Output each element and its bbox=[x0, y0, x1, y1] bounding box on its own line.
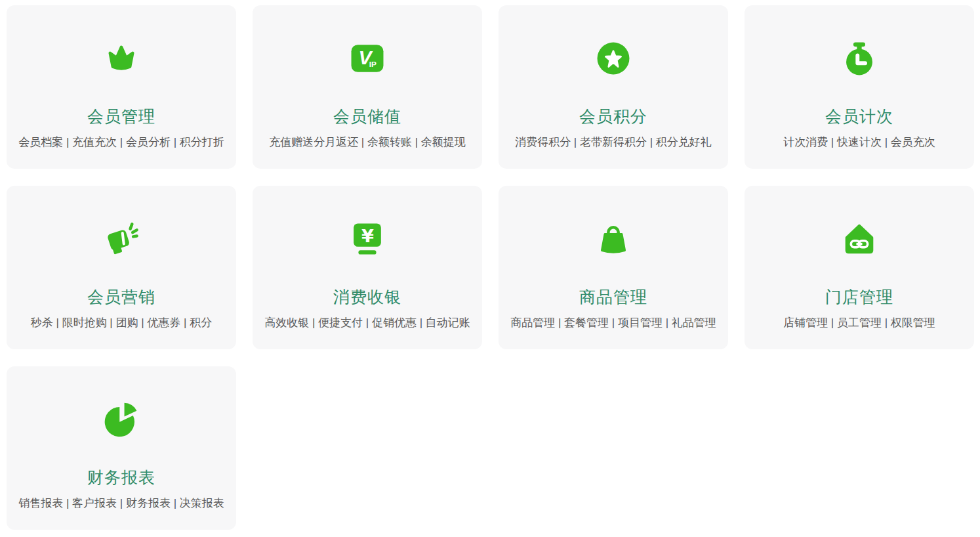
card-title: 商品管理 bbox=[579, 288, 647, 305]
crown-icon bbox=[102, 39, 140, 77]
card-cashier[interactable]: ¥ 消费收银 高效收银 | 便捷支付 | 促销优惠 | 自动记账 bbox=[253, 186, 482, 349]
card-subtitle: 销售报表 | 客户报表 | 财务报表 | 决策报表 bbox=[18, 497, 224, 510]
card-title: 会员计次 bbox=[825, 108, 893, 125]
vip-icon: V IP bbox=[348, 39, 386, 77]
svg-text:¥: ¥ bbox=[361, 226, 374, 246]
house-link-icon bbox=[840, 220, 878, 258]
pie-chart-icon bbox=[102, 400, 140, 439]
card-subtitle: 会员档案 | 充值充次 | 会员分析 | 积分打折 bbox=[18, 136, 224, 149]
card-subtitle: 秒杀 | 限时抢购 | 团购 | 优惠券 | 积分 bbox=[31, 316, 212, 330]
card-title: 会员管理 bbox=[87, 108, 155, 125]
card-title: 会员积分 bbox=[579, 108, 647, 125]
card-subtitle: 高效收银 | 便捷支付 | 促销优惠 | 自动记账 bbox=[264, 316, 470, 330]
card-subtitle: 商品管理 | 套餐管理 | 项目管理 | 礼品管理 bbox=[510, 316, 716, 330]
card-subtitle: 店铺管理 | 员工管理 | 权限管理 bbox=[783, 316, 935, 330]
shopping-bag-icon bbox=[594, 220, 632, 258]
star-circle-icon bbox=[594, 39, 632, 77]
megaphone-icon bbox=[102, 220, 140, 258]
card-subtitle: 充值赠送分月返还 | 余额转账 | 余额提现 bbox=[269, 136, 466, 149]
card-store-management[interactable]: 门店管理 店铺管理 | 员工管理 | 权限管理 bbox=[745, 186, 974, 349]
card-subtitle: 消费得积分 | 老带新得积分 | 积分兑好礼 bbox=[515, 136, 712, 149]
card-member-stored-value[interactable]: V IP 会员储值 充值赠送分月返还 | 余额转账 | 余额提现 bbox=[253, 5, 482, 169]
card-title: 财务报表 bbox=[87, 469, 155, 486]
feature-cards-grid: 会员管理 会员档案 | 充值充次 | 会员分析 | 积分打折 V IP 会员储值… bbox=[0, 0, 980, 530]
card-subtitle: 计次消费 | 快速计次 | 会员充次 bbox=[783, 136, 935, 149]
cash-register-icon: ¥ bbox=[348, 220, 386, 258]
svg-text:IP: IP bbox=[369, 60, 377, 68]
card-member-management[interactable]: 会员管理 会员档案 | 充值充次 | 会员分析 | 积分打折 bbox=[7, 5, 236, 169]
card-member-marketing[interactable]: 会员营销 秒杀 | 限时抢购 | 团购 | 优惠券 | 积分 bbox=[7, 186, 236, 349]
card-member-points[interactable]: 会员积分 消费得积分 | 老带新得积分 | 积分兑好礼 bbox=[499, 5, 728, 169]
card-title: 会员营销 bbox=[87, 288, 155, 305]
card-title: 消费收银 bbox=[333, 288, 401, 305]
card-product-management[interactable]: 商品管理 商品管理 | 套餐管理 | 项目管理 | 礼品管理 bbox=[499, 186, 728, 349]
card-title: 门店管理 bbox=[825, 288, 893, 305]
card-member-sessions[interactable]: 会员计次 计次消费 | 快速计次 | 会员充次 bbox=[745, 5, 974, 169]
stopwatch-icon bbox=[840, 39, 878, 77]
card-title: 会员储值 bbox=[333, 108, 401, 125]
card-financial-reports[interactable]: 财务报表 销售报表 | 客户报表 | 财务报表 | 决策报表 bbox=[7, 366, 236, 530]
